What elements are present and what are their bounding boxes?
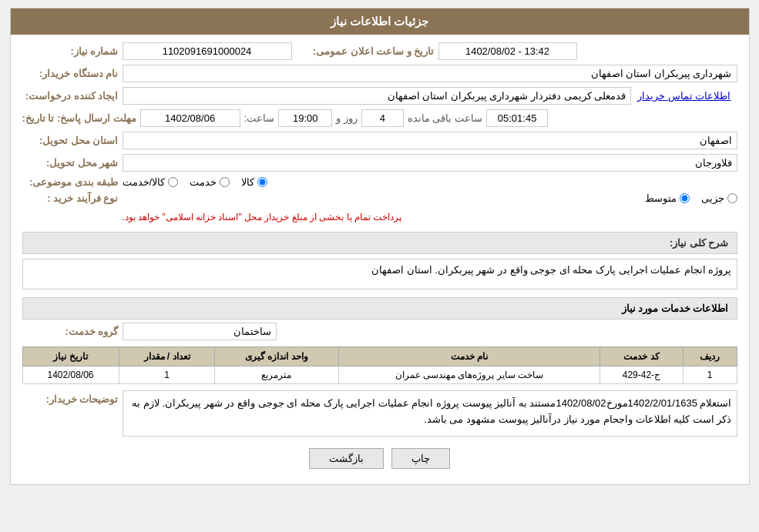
contact-link[interactable]: اطلاعات تماس خریدار bbox=[637, 90, 730, 102]
table-cell-date: 1402/08/06 bbox=[22, 366, 119, 384]
process-jozi-item: جزیی bbox=[701, 192, 737, 204]
col-date: تاریخ نیاز bbox=[22, 347, 119, 366]
services-table-head: ردیف کد خدمت نام خدمت واحد اندازه گیری ت… bbox=[22, 347, 737, 366]
province-value: اصفهان bbox=[123, 132, 737, 149]
print-button[interactable]: چاپ bbox=[391, 448, 450, 469]
category-kala-label: کالا bbox=[241, 176, 254, 188]
description-row: پروژه انجام عملیات اجرایی پارک محله ای ج… bbox=[22, 259, 737, 289]
process-notice: پرداخت تمام یا بخشی از مبلغ خریداز محل "… bbox=[123, 209, 402, 226]
services-table-body: 1ج-42-429ساخت سایر پروژه‌های مهندسی عمرا… bbox=[22, 366, 737, 384]
description-section-header: شرح کلی نیاز: bbox=[22, 232, 737, 254]
table-cell-row: 1 bbox=[683, 366, 737, 384]
category-label: طبقه بندی موضوعی: bbox=[22, 176, 123, 188]
col-quantity: تعداد / مقدار bbox=[119, 347, 215, 366]
page-title: جزئیات اطلاعات نیاز bbox=[331, 15, 428, 28]
deadline-days-value: 4 bbox=[361, 109, 404, 127]
need-number-row: شماره نیاز: 1102091691000024 تاریخ و ساع… bbox=[22, 42, 737, 60]
buyer-notes-label: توضیحات خریدار: bbox=[22, 390, 123, 405]
category-kala-item: کالا bbox=[241, 176, 267, 188]
group-label: گروه خدمت: bbox=[22, 326, 123, 337]
services-table-header-row: ردیف کد خدمت نام خدمت واحد اندازه گیری ت… bbox=[22, 347, 737, 366]
creator-label: ایجاد کننده درخواست: bbox=[22, 90, 123, 102]
city-value: فلاورجان bbox=[123, 154, 737, 172]
announce-date-label: تاریخ و ساعت اعلان عمومی: bbox=[307, 45, 438, 57]
process-jozi-radio[interactable] bbox=[727, 193, 737, 203]
col-row-num: ردیف bbox=[683, 347, 737, 366]
process-motavaset-label: متوسط bbox=[645, 192, 677, 204]
deadline-row: مهلت ارسال پاسخ: تا تاریخ: 1402/08/06 سا… bbox=[22, 109, 737, 127]
services-table: ردیف کد خدمت نام خدمت واحد اندازه گیری ت… bbox=[22, 346, 737, 384]
group-value: ساختمان bbox=[123, 323, 277, 340]
table-cell-quantity: 1 bbox=[119, 366, 215, 384]
buyer-org-row: نام دستگاه خریدار: شهرداری پیربکران استا… bbox=[22, 65, 737, 82]
category-khedmat-item: خدمت bbox=[190, 176, 230, 188]
province-row: استان محل تحویل: اصفهان bbox=[22, 132, 737, 149]
announce-date-value: 1402/08/02 - 13:42 bbox=[438, 42, 577, 60]
deadline-time-label: ساعت: bbox=[240, 112, 279, 124]
content-area: شماره نیاز: 1102091691000024 تاریخ و ساع… bbox=[11, 35, 749, 484]
buyer-notes-section: توضیحات خریدار: استعلام 1402/2/01/1635مو… bbox=[22, 390, 737, 437]
creator-value: قدمعلی کریمی دفتردار شهرداری پیربکران اس… bbox=[123, 87, 632, 105]
category-radio-group: کالا/خدمت خدمت کالا bbox=[123, 176, 268, 188]
deadline-date-value: 1402/08/06 bbox=[140, 109, 240, 127]
need-number-label: شماره نیاز: bbox=[22, 45, 123, 57]
deadline-label: مهلت ارسال پاسخ: تا تاریخ: bbox=[22, 112, 140, 124]
col-name: نام خدمت bbox=[338, 347, 600, 366]
process-radio-group: متوسط جزیی bbox=[123, 192, 737, 204]
table-cell-code: ج-42-429 bbox=[600, 366, 683, 384]
buyer-org-value: شهرداری پیربکران استان اصفهان bbox=[123, 65, 737, 82]
col-code: کد خدمت bbox=[600, 347, 683, 366]
deadline-remaining-value: 05:01:45 bbox=[486, 109, 548, 127]
creator-row: ایجاد کننده درخواست: قدمعلی کریمی دفتردا… bbox=[22, 87, 737, 105]
process-label: نوع فرآیند خرید : bbox=[22, 192, 123, 204]
process-jozi-label: جزیی bbox=[701, 192, 724, 204]
deadline-days-label: روز و bbox=[332, 112, 361, 124]
description-value: پروژه انجام عملیات اجرایی پارک محله ای ج… bbox=[22, 259, 737, 289]
group-row: گروه خدمت: ساختمان bbox=[22, 323, 737, 340]
notice-row: پرداخت تمام یا بخشی از مبلغ خریداز محل "… bbox=[22, 209, 737, 226]
process-motavaset-item: متوسط bbox=[645, 192, 690, 204]
need-number-value: 1102091691000024 bbox=[123, 42, 292, 60]
category-kala-radio[interactable] bbox=[257, 177, 267, 187]
buyer-org-label: نام دستگاه خریدار: bbox=[22, 68, 123, 79]
province-label: استان محل تحویل: bbox=[22, 135, 123, 146]
process-motavaset-radio[interactable] bbox=[680, 193, 690, 203]
category-khedmat-radio[interactable] bbox=[220, 177, 230, 187]
main-container: جزئیات اطلاعات نیاز شماره نیاز: 11020916… bbox=[10, 8, 750, 485]
page-header: جزئیات اطلاعات نیاز bbox=[11, 8, 749, 35]
table-cell-name: ساخت سایر پروژه‌های مهندسی عمران bbox=[338, 366, 600, 384]
services-section: اطلاعات خدمات مورد نیاز گروه خدمت: ساختم… bbox=[22, 297, 737, 384]
category-kala-khedmat-label: کالا/خدمت bbox=[123, 176, 166, 188]
deadline-remaining-label: ساعت باقی مانده bbox=[404, 112, 486, 124]
buyer-notes-value: استعلام 1402/2/01/1635مورخ1402/08/02مستن… bbox=[123, 390, 737, 437]
description-label: شرح کلی نیاز: bbox=[670, 237, 729, 249]
process-row: نوع فرآیند خرید : متوسط جزیی bbox=[22, 192, 737, 204]
city-label: شهر محل تحویل: bbox=[22, 157, 123, 169]
city-row: شهر محل تحویل: فلاورجان bbox=[22, 154, 737, 172]
buttons-row: چاپ بازگشت bbox=[22, 448, 737, 469]
category-khedmat-label: خدمت bbox=[190, 176, 217, 188]
col-unit: واحد اندازه گیری bbox=[215, 347, 338, 366]
services-header: اطلاعات خدمات مورد نیاز bbox=[22, 297, 737, 320]
category-kala-khedmat-item: کالا/خدمت bbox=[123, 176, 179, 188]
table-cell-unit: مترمربع bbox=[215, 366, 338, 384]
deadline-time-value: 19:00 bbox=[278, 109, 332, 127]
category-kala-khedmat-radio[interactable] bbox=[168, 177, 178, 187]
back-button[interactable]: بازگشت bbox=[309, 448, 384, 469]
table-row: 1ج-42-429ساخت سایر پروژه‌های مهندسی عمرا… bbox=[22, 366, 737, 384]
category-row: طبقه بندی موضوعی: کالا/خدمت خدمت کالا bbox=[22, 176, 737, 188]
